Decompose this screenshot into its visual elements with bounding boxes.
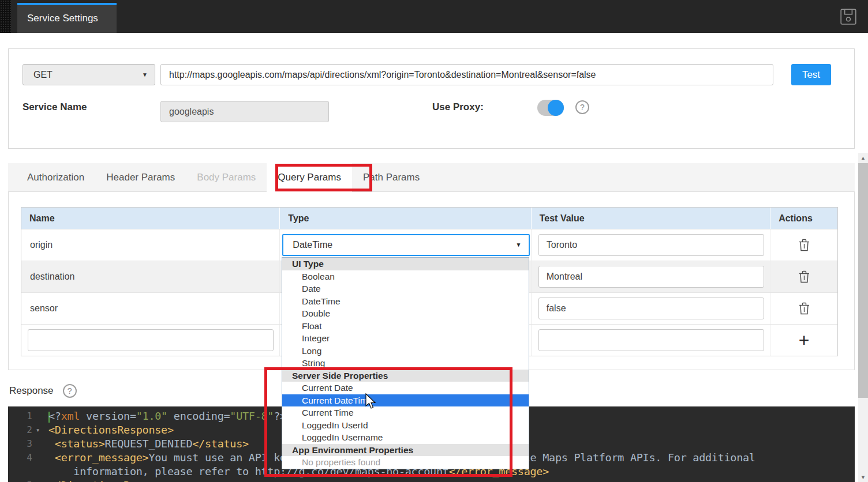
- delete-param-button[interactable]: [799, 270, 810, 283]
- code-segment: <?: [48, 410, 61, 422]
- column-header-test-value: Test Value: [532, 208, 770, 229]
- test-value-input[interactable]: [538, 329, 764, 351]
- scroll-up-icon[interactable]: ▲: [858, 153, 868, 163]
- tab-path-params[interactable]: Path Params: [352, 163, 431, 191]
- tab-service-settings[interactable]: Service Settings: [17, 3, 117, 33]
- type-cell: DateTime▼: [280, 229, 531, 261]
- question-mark-glyph: ?: [68, 386, 72, 396]
- code-line: 5</DirectionsResponse>: [8, 479, 855, 482]
- fold-gutter: [32, 451, 48, 465]
- option-current-time[interactable]: Current Time: [282, 406, 529, 419]
- option-group-ui-type: UI Type: [282, 258, 529, 270]
- actions-cell: [770, 293, 837, 324]
- option-long[interactable]: Long: [282, 345, 529, 357]
- response-label: Response: [9, 385, 54, 397]
- name-cell: destination: [21, 261, 280, 292]
- option-no-properties-found: No properties found: [282, 456, 529, 469]
- use-proxy-toggle[interactable]: [537, 100, 564, 116]
- test-button[interactable]: Test: [791, 64, 831, 85]
- code-segment: version=: [80, 410, 136, 422]
- code-segment: "UTF-8": [230, 410, 274, 422]
- option-loggedin-username[interactable]: LoggedIn Username: [282, 431, 529, 444]
- fold-icon: ▾: [32, 423, 48, 437]
- service-name-label: Service Name: [23, 101, 87, 113]
- http-method-value: GET: [33, 70, 53, 80]
- option-integer[interactable]: Integer: [282, 332, 529, 345]
- line-number: 3: [8, 437, 32, 451]
- page-scrollbar[interactable]: ▲ ▼: [858, 153, 868, 482]
- column-header-name: Name: [21, 208, 280, 229]
- code-segment: </DirectionsResponse>: [48, 479, 180, 482]
- test-value-input[interactable]: [538, 266, 764, 288]
- type-dropdown-list: UI TypeBooleanDateDateTimeDoubleFloatInt…: [282, 257, 529, 469]
- use-proxy-label: Use Proxy:: [432, 101, 484, 113]
- code-text: <status>REQUEST_DENIED</status>: [48, 437, 249, 451]
- type-select[interactable]: DateTime▼: [282, 234, 530, 256]
- param-name: origin: [21, 240, 53, 250]
- question-mark-glyph: ?: [580, 103, 585, 112]
- code-text: <DirectionsResponse>: [48, 423, 174, 437]
- response-help-icon[interactable]: ?: [63, 384, 77, 398]
- param-name: sensor: [21, 303, 58, 314]
- code-segment: <status>: [48, 438, 105, 450]
- option-group-app-environment-properties: App Environment Properties: [282, 444, 529, 457]
- test-value-cell: [532, 261, 770, 292]
- test-value-input[interactable]: [538, 234, 764, 256]
- code-segment: xml: [61, 410, 80, 422]
- proxy-help-icon[interactable]: ?: [575, 100, 589, 114]
- fold-gutter: [32, 465, 48, 479]
- save-icon[interactable]: [839, 7, 858, 26]
- fold-gutter: [32, 479, 48, 482]
- table-row: originDateTime▼: [21, 229, 837, 261]
- name-cell: sensor: [21, 293, 280, 324]
- option-group-server-side-properties: Server Side Properties: [282, 370, 529, 382]
- scrollbar-thumb[interactable]: [858, 163, 868, 398]
- line-number: 5: [8, 479, 32, 482]
- tab-service-settings-label: Service Settings: [27, 13, 98, 24]
- fold-gutter: [32, 437, 48, 451]
- actions-cell: [770, 229, 837, 261]
- table-header-row: NameTypeTest ValueActions: [21, 208, 837, 229]
- tab-authorization[interactable]: Authorization: [16, 163, 95, 191]
- code-segment: <DirectionsResponse>: [48, 424, 174, 436]
- delete-param-button[interactable]: [799, 302, 810, 315]
- left-edge-strip: [0, 0, 11, 33]
- code-segment: encoding=: [167, 410, 230, 422]
- new-param-name-input[interactable]: [28, 329, 274, 351]
- code-segment: <error_message>: [48, 451, 148, 464]
- option-float[interactable]: Float: [282, 320, 529, 333]
- option-string[interactable]: String: [282, 357, 529, 370]
- option-boolean[interactable]: Boolean: [282, 270, 529, 283]
- tab-body-params[interactable]: Body Params: [186, 163, 267, 191]
- scroll-down-icon[interactable]: ▼: [858, 472, 868, 482]
- code-segment: REQUEST_DENIED: [105, 438, 193, 450]
- tab-query-params[interactable]: Query Params: [267, 163, 352, 192]
- caret-down-icon: ▼: [515, 235, 521, 255]
- delete-param-button[interactable]: [799, 239, 810, 251]
- code-text: </DirectionsResponse>: [48, 479, 180, 482]
- option-date[interactable]: Date: [282, 283, 529, 295]
- test-button-label: Test: [802, 69, 820, 80]
- tab-header-params[interactable]: Header Params: [95, 163, 186, 191]
- fold-gutter: [32, 409, 48, 423]
- option-double[interactable]: Double: [282, 307, 529, 320]
- test-value-cell: [532, 293, 770, 324]
- add-param-button[interactable]: +: [799, 332, 810, 349]
- service-name-input[interactable]: [160, 101, 329, 122]
- option-datetime[interactable]: DateTime: [282, 295, 529, 308]
- code-text: <?xml version="1.0" encoding="UTF-8"?>: [48, 409, 286, 423]
- column-header-actions: Actions: [770, 208, 837, 229]
- line-number: 2: [8, 423, 32, 437]
- test-value-input[interactable]: [538, 298, 764, 319]
- name-cell: [21, 325, 280, 356]
- line-number: [8, 465, 32, 479]
- option-loggedin-userid[interactable]: LoggedIn UserId: [282, 419, 529, 432]
- param-name: destination: [21, 272, 74, 282]
- option-current-datetime[interactable]: Current DateTime: [282, 394, 529, 407]
- actions-cell: [770, 261, 837, 292]
- service-url-input[interactable]: [160, 64, 773, 85]
- line-number: 4: [8, 451, 32, 465]
- http-method-select[interactable]: GET ▼: [23, 64, 155, 85]
- option-current-date[interactable]: Current Date: [282, 382, 529, 394]
- caret-down-icon: ▼: [142, 65, 148, 85]
